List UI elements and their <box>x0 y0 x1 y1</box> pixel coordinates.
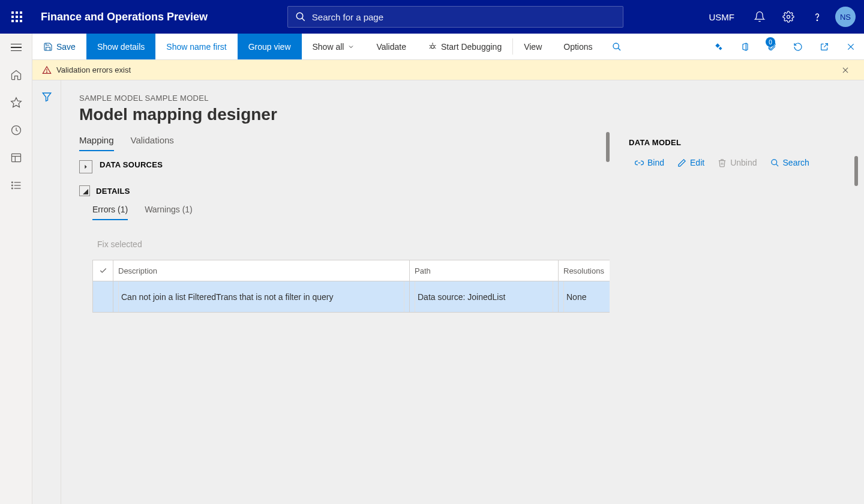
funnel-icon <box>41 91 52 102</box>
warning-icon <box>42 65 52 75</box>
details-label: DETAILS <box>96 187 130 196</box>
page-gutter <box>32 80 61 504</box>
unbind-button: Unbind <box>718 158 757 167</box>
personalize-button[interactable] <box>706 34 732 59</box>
svg-line-1 <box>302 18 305 21</box>
table-row[interactable]: Can not join a list FilteredTrans that i… <box>93 281 610 313</box>
save-button[interactable]: Save <box>32 34 86 59</box>
topbar: Finance and Operations Preview USMF NS <box>0 0 864 34</box>
left-rail <box>0 34 32 504</box>
check-icon <box>99 266 107 275</box>
detail-tabs: Errors (1) Warnings (1) <box>92 205 610 220</box>
warning-text: Validation errors exist <box>56 65 131 74</box>
app-title: Finance and Operations Preview <box>41 11 208 23</box>
debug-icon <box>428 42 437 52</box>
popout-button[interactable] <box>811 34 838 59</box>
validate-button[interactable]: Validate <box>365 34 417 59</box>
svg-rect-24 <box>719 46 722 50</box>
data-sources-section: DATA SOURCES <box>79 160 610 173</box>
show-name-first-button[interactable]: Show name first <box>155 34 237 59</box>
topbar-right: USMF NS <box>703 0 865 34</box>
search-button[interactable]: Search <box>770 158 809 167</box>
close-icon <box>846 42 856 52</box>
fix-selected-button[interactable]: Fix selected <box>97 239 610 249</box>
trash-icon <box>718 158 727 167</box>
office-icon <box>740 41 750 52</box>
warning-bar: Validation errors exist <box>32 60 864 80</box>
col-path[interactable]: Path <box>410 260 559 281</box>
bind-button[interactable]: Bind <box>635 158 664 167</box>
col-description[interactable]: Description <box>113 260 410 281</box>
splitter-handle[interactable] <box>854 156 858 186</box>
svg-point-0 <box>296 13 303 19</box>
warning-close-button[interactable] <box>841 66 854 74</box>
col-resolutions[interactable]: Resolutions <box>559 260 610 281</box>
row-select[interactable] <box>93 281 113 312</box>
search-input[interactable] <box>312 12 616 22</box>
show-details-button[interactable]: Show details <box>86 34 155 59</box>
splitter-handle[interactable] <box>606 132 610 162</box>
errors-table: Description Path Resolutions Can not joi… <box>92 260 610 313</box>
list-icon <box>10 179 22 191</box>
modules-button[interactable] <box>10 179 23 192</box>
search-wrap <box>208 6 703 28</box>
recent-button[interactable] <box>10 124 23 137</box>
hamburger-button[interactable] <box>10 41 23 54</box>
legal-entity[interactable]: USMF <box>703 12 741 22</box>
save-label: Save <box>56 42 76 52</box>
tab-mapping[interactable]: Mapping <box>79 135 114 151</box>
table-body: Can not join a list FilteredTrans that i… <box>93 281 610 313</box>
tab-warnings[interactable]: Warnings (1) <box>145 205 193 220</box>
link-icon <box>635 158 644 167</box>
tab-validations[interactable]: Validations <box>131 135 174 151</box>
help-button[interactable] <box>803 0 832 34</box>
details-section: DETAILS <box>79 185 610 196</box>
svg-marker-33 <box>85 165 86 169</box>
svg-rect-6 <box>11 154 20 161</box>
home-button[interactable] <box>10 68 23 82</box>
breadcrumb: SAMPLE MODEL SAMPLE MODEL <box>79 94 592 103</box>
show-all-dropdown[interactable]: Show all <box>302 34 366 59</box>
favorites-button[interactable] <box>10 96 23 109</box>
start-debugging-button[interactable]: Start Debugging <box>417 34 512 59</box>
attachments-button[interactable]: 0 <box>758 34 785 59</box>
svg-point-12 <box>11 182 13 183</box>
app-launcher-button[interactable] <box>0 0 34 34</box>
svg-line-17 <box>430 45 431 46</box>
group-view-button[interactable]: Group view <box>238 34 302 59</box>
bell-icon <box>754 11 766 23</box>
question-icon <box>811 11 823 23</box>
search-icon <box>295 11 306 22</box>
settings-button[interactable] <box>774 0 803 34</box>
clock-icon <box>10 124 22 136</box>
filter-button[interactable] <box>41 91 52 102</box>
tab-errors[interactable]: Errors (1) <box>92 205 128 220</box>
options-button[interactable]: Options <box>553 34 603 59</box>
view-button[interactable]: View <box>513 34 553 59</box>
svg-point-3 <box>817 20 817 20</box>
hamburger-icon <box>11 44 22 52</box>
data-sources-expander[interactable] <box>79 160 92 173</box>
page-title: Model mapping designer <box>79 105 592 124</box>
search-box[interactable] <box>287 6 623 28</box>
table-header: Description Path Resolutions <box>93 260 610 281</box>
notifications-button[interactable] <box>745 0 774 34</box>
svg-line-35 <box>776 164 778 166</box>
office-button[interactable] <box>732 34 758 59</box>
workspaces-button[interactable] <box>10 151 23 164</box>
star-icon <box>10 97 22 109</box>
page-main: SAMPLE MODEL SAMPLE MODEL Model mapping … <box>61 80 610 504</box>
svg-point-21 <box>613 43 619 49</box>
page-search-button[interactable] <box>604 34 630 59</box>
refresh-button[interactable] <box>785 34 811 59</box>
user-avatar[interactable]: NS <box>835 7 856 27</box>
close-button[interactable] <box>838 34 864 59</box>
chevron-down-icon <box>347 43 355 50</box>
details-expander[interactable] <box>79 185 90 196</box>
data-sources-label: DATA SOURCES <box>100 160 163 173</box>
edit-button[interactable]: Edit <box>677 158 704 167</box>
col-select[interactable] <box>93 260 113 281</box>
attachment-badge: 0 <box>766 37 775 47</box>
svg-point-34 <box>771 159 776 164</box>
svg-point-15 <box>431 45 434 48</box>
